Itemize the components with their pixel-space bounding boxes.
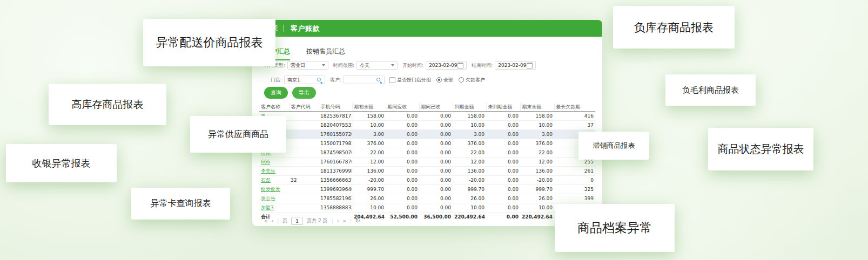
column-header: 客户名称 <box>259 102 289 112</box>
table-row[interactable]: 1820407553110.000.000.0010.000.0010.0037 <box>259 121 595 130</box>
table-row[interactable]: 石磊3213566666637-20.000.000.00-20.000.00-… <box>259 176 595 185</box>
card-high-inventory-report[interactable]: 高库存商品报表 <box>49 84 166 125</box>
radio-debt-customers[interactable]: 欠款客户 <box>459 77 485 84</box>
prev-page-icon[interactable]: ‹ <box>271 218 273 224</box>
customer-link[interactable]: 批发批发 <box>261 187 280 192</box>
table-row[interactable]: 李先生18113769998136.000.000.00136.000.0013… <box>259 167 595 176</box>
time-range-label: 时间范围: <box>333 62 354 69</box>
customer-input[interactable] <box>344 76 385 84</box>
search-icon[interactable] <box>317 78 322 83</box>
card-negative-margin-report[interactable]: 负毛利商品报表 <box>665 74 756 106</box>
column-header: 期初余额 <box>352 102 386 112</box>
export-button[interactable]: 导出 <box>292 87 316 99</box>
accounts-table: 客户名称客户代码手机号码期初余额期间应收期间已收到期金额未到期金额期末余额最长欠… <box>259 102 595 221</box>
next-page-icon[interactable]: › <box>337 218 339 224</box>
first-page-icon[interactable]: « <box>264 218 267 224</box>
end-time-label: 结束时间: <box>472 62 493 69</box>
card-product-archive-abnormal[interactable]: 商品档案异常 <box>555 204 675 252</box>
total-pages-label: 页共 2 页 <box>307 217 327 224</box>
calendar-icon <box>457 63 463 69</box>
store-label: 门店: <box>264 77 282 84</box>
customer-input-field[interactable] <box>347 77 376 83</box>
start-time-label: 开始时间: <box>402 62 423 69</box>
card-abnormal-card-query-report[interactable]: 异常卡查询报表 <box>131 188 230 220</box>
pagination-bar: « ‹ | 页 页共 2 页 | › » | ↻ <box>264 217 360 225</box>
card-cashier-abnormal-report[interactable]: 收银异常报表 <box>6 144 117 182</box>
column-header: 手机号码 <box>319 102 352 112</box>
column-header: 到期金额 <box>453 102 486 112</box>
radio-all[interactable]: 全部 <box>436 77 453 84</box>
card-abnormal-supplier-products[interactable]: 异常供应商商品 <box>190 116 286 153</box>
tab-bar: 客户汇总 按销售员汇总 <box>264 47 345 60</box>
app-window: 表 客户账款 客户汇总 按销售员汇总 时间类型: 营业日 时间范围: 今天 <box>252 20 602 226</box>
table-row[interactable]: 发公告1785582196326.000.000.0026.000.0026.0… <box>259 194 595 203</box>
customer-link[interactable]: 李先生 <box>261 168 275 174</box>
table-row[interactable]: 6661760166787612.000.000.0012.000.0012.0… <box>259 158 595 167</box>
time-type-select[interactable]: 营业日 <box>287 61 328 70</box>
last-page-icon[interactable]: » <box>343 218 346 224</box>
chevron-down-icon <box>322 64 325 66</box>
table-row[interactable]: 松鼠1874598507622.000.000.0022.000.0022.00 <box>259 148 595 158</box>
filter-row-time: 时间类型: 营业日 时间范围: 今天 开始时间: 2023-02-09 <box>264 61 541 70</box>
store-input[interactable] <box>284 76 325 84</box>
group-by-store-checkbox[interactable]: 是否按门店分组 <box>389 77 431 84</box>
time-range-select[interactable]: 今天 <box>356 61 398 70</box>
header-divider <box>283 25 284 32</box>
customer-link[interactable]: 加盟3 <box>261 205 274 210</box>
page-title: 客户账款 <box>291 24 320 33</box>
refresh-icon[interactable]: ↻ <box>355 217 360 224</box>
card-abnormal-delivery-price-report[interactable]: 异常配送价商品报表 <box>143 19 275 66</box>
customer-link[interactable]: 发公告 <box>261 196 275 201</box>
store-input-field[interactable] <box>287 77 317 83</box>
column-header: 期间已收 <box>419 102 453 112</box>
column-header: 期间应收 <box>386 102 419 112</box>
table-row[interactable]: 批发批发13996939646999.700.000.00999.700.009… <box>259 185 595 194</box>
column-header: 客户代码 <box>289 102 319 112</box>
end-date-input[interactable]: 2023-02-09 <box>495 61 536 70</box>
start-date-input[interactable]: 2023-02-09 <box>426 61 467 70</box>
table-row[interactable]: 13500717981376.000.000.00376.000.00376.0… <box>259 139 595 148</box>
tab-salesperson-summary[interactable]: 按销售员汇总 <box>306 47 345 60</box>
page-background: 表 客户账款 客户汇总 按销售员汇总 时间类型: 营业日 时间范围: 今天 <box>0 0 868 260</box>
filter-row-store: 门店: 客户: 是否按门店分组 全部 <box>264 76 490 84</box>
page-label: 页 <box>282 217 287 224</box>
search-icon[interactable] <box>376 78 381 83</box>
customer-label: 客户: <box>330 77 341 84</box>
column-header: 期末余额 <box>520 102 554 112</box>
calendar-icon <box>527 63 533 69</box>
table-row[interactable]: 加盟31358888883210.000.000.0010.000.0010.0… <box>259 203 595 213</box>
radio-unselected-icon[interactable] <box>459 77 464 83</box>
card-slow-moving-report[interactable]: 滞销商品报表 <box>578 132 649 160</box>
column-header: 最长欠款期 <box>554 102 595 112</box>
customer-link[interactable]: 666 <box>261 159 270 165</box>
customer-link[interactable]: 石磊 <box>261 177 271 183</box>
column-header: 未到期金额 <box>486 102 520 112</box>
radio-selected-icon[interactable] <box>436 77 442 83</box>
table-header-row: 客户名称客户代码手机号码期初余额期间应收期间已收到期金额未到期金额期末余额最长欠… <box>259 102 595 112</box>
action-buttons: 查询 导出 <box>264 87 316 99</box>
app-header: 表 客户账款 <box>252 20 602 37</box>
query-button[interactable]: 查询 <box>264 87 288 99</box>
table-row[interactable]: 单18253678171158.000.000.00158.000.00158.… <box>259 112 595 121</box>
card-product-status-abnormal-report[interactable]: 商品状态异常报表 <box>708 128 813 170</box>
card-negative-inventory-report[interactable]: 负库存商品报表 <box>613 6 735 49</box>
checkbox-icon[interactable] <box>389 77 395 83</box>
table-row[interactable]: 176015507203.000.000.003.000.003.00 <box>259 130 595 139</box>
page-number-input[interactable] <box>291 217 303 225</box>
chevron-down-icon <box>391 64 394 66</box>
